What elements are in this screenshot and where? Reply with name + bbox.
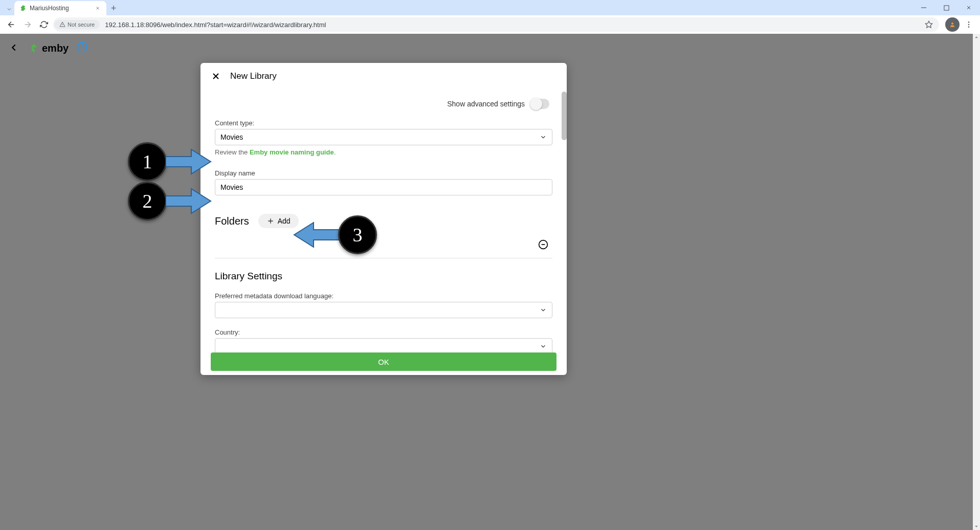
- display-name-input[interactable]: [215, 179, 552, 195]
- add-label: Add: [278, 217, 291, 225]
- page-scrollbar[interactable]: [973, 34, 980, 530]
- content-type-select[interactable]: Movies: [215, 129, 552, 145]
- dialog-title: New Library: [230, 71, 277, 81]
- display-name-label: Display name: [215, 169, 552, 177]
- metadata-lang-label: Preferred metadata download language:: [215, 292, 552, 300]
- window-close-button[interactable]: [957, 0, 980, 15]
- folder-row: [215, 232, 552, 258]
- app-header: emby: [0, 34, 973, 62]
- window-maximize-button[interactable]: [935, 0, 957, 15]
- security-badge[interactable]: Not secure: [54, 20, 100, 29]
- dialog-close-button[interactable]: [210, 70, 222, 82]
- svg-point-3: [951, 23, 953, 25]
- plus-icon: [266, 217, 275, 225]
- help-button[interactable]: [77, 41, 88, 55]
- profile-button[interactable]: [945, 17, 960, 32]
- svg-point-6: [968, 26, 970, 28]
- chevron-down-icon: [540, 134, 547, 141]
- emby-logo-icon: [29, 42, 40, 54]
- ok-button[interactable]: OK: [211, 352, 556, 371]
- nav-back-button[interactable]: [4, 17, 18, 32]
- emby-favicon-icon: [19, 5, 27, 12]
- svg-marker-1: [925, 21, 932, 28]
- app-back-button[interactable]: [8, 42, 20, 54]
- new-tab-button[interactable]: +: [106, 1, 121, 15]
- advanced-settings-toggle[interactable]: [530, 99, 549, 109]
- chevron-down-icon: [540, 306, 547, 314]
- country-label: Country:: [215, 328, 552, 336]
- nav-forward-button[interactable]: [20, 17, 35, 32]
- content-type-label: Content type:: [215, 119, 552, 127]
- remove-folder-button[interactable]: [538, 239, 549, 251]
- tab-close-button[interactable]: [94, 5, 101, 12]
- folders-heading: Folders: [215, 215, 249, 227]
- country-select[interactable]: [215, 338, 552, 352]
- advanced-settings-label: Show advanced settings: [447, 100, 525, 108]
- library-settings-heading: Library Settings: [215, 271, 552, 282]
- new-library-dialog: New Library Show advanced settings Conte…: [201, 63, 567, 375]
- tab-search-dropdown[interactable]: [4, 3, 14, 15]
- app-viewport: emby New Library Show advanced settings: [0, 34, 980, 530]
- metadata-lang-select[interactable]: [215, 302, 552, 318]
- browser-tab[interactable]: MariusHosting: [14, 1, 106, 15]
- svg-point-4: [968, 21, 970, 23]
- naming-guide-link[interactable]: Emby movie naming guide: [250, 148, 334, 156]
- url-text: 192.168.1.18:8096/web/index.html?start=w…: [105, 21, 923, 29]
- browser-tab-bar: MariusHosting +: [0, 0, 980, 15]
- window-minimize-button[interactable]: [912, 0, 935, 15]
- warning-icon: [59, 21, 65, 28]
- tab-title: MariusHosting: [30, 5, 69, 12]
- emby-brand: emby: [42, 42, 69, 54]
- url-bar[interactable]: Not secure 192.168.1.18:8096/web/index.h…: [53, 17, 939, 32]
- bookmark-button[interactable]: [923, 18, 935, 31]
- content-type-value: Movies: [220, 133, 243, 141]
- emby-logo[interactable]: emby: [29, 42, 69, 54]
- chevron-down-icon: [540, 343, 547, 350]
- svg-rect-0: [944, 5, 948, 10]
- help-icon: [77, 41, 88, 53]
- add-folder-button[interactable]: Add: [258, 214, 299, 228]
- nav-reload-button[interactable]: [37, 17, 51, 32]
- naming-guide-helper: Review the Emby movie naming guide.: [215, 148, 552, 156]
- browser-menu-button[interactable]: [962, 17, 976, 32]
- svg-point-5: [968, 24, 970, 26]
- close-icon: [211, 71, 221, 81]
- remove-icon: [538, 239, 548, 250]
- dialog-scrollbar[interactable]: [562, 92, 567, 140]
- security-label: Not secure: [68, 21, 95, 28]
- address-bar: Not secure 192.168.1.18:8096/web/index.h…: [0, 15, 980, 34]
